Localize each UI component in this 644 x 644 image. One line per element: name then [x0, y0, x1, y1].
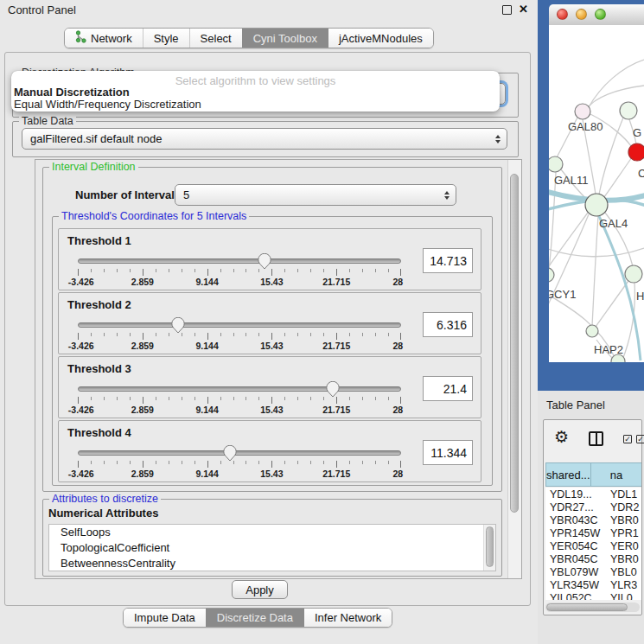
list-item[interactable]: TopologicalCoefficient [49, 540, 495, 556]
column-header[interactable]: na [591, 462, 641, 487]
cell: YER054C [545, 540, 607, 552]
close-icon[interactable]: ✕ [519, 3, 528, 16]
table-row[interactable]: YBR045CYBR0 [545, 552, 641, 565]
table-row[interactable]: YDL19...YDL1 [545, 488, 641, 501]
network-window-titlebar[interactable] [549, 4, 644, 26]
threshold-2-value-field[interactable]: 6.316 [423, 312, 473, 337]
slider-track[interactable] [78, 450, 401, 456]
network-icon [75, 30, 86, 46]
tick-label: 2.859 [131, 469, 154, 479]
tab-jactivemnodules-label: jActiveMNodules [339, 32, 423, 45]
tick-label: 9.144 [195, 341, 218, 351]
node-gal11[interactable] [549, 156, 563, 172]
node-top-right[interactable] [620, 102, 637, 119]
threshold-3-slider[interactable]: -3.426 2.859 9.144 15.43 21.715 28 [78, 381, 401, 416]
float-window-icon[interactable] [502, 5, 512, 15]
tab-impute-data[interactable]: Impute Data [124, 609, 206, 627]
settings-scrollbar-thumb[interactable] [510, 174, 519, 513]
table-horizontal-scrollbar[interactable] [545, 603, 640, 612]
table-row[interactable]: YIL052CYIL0 [545, 591, 641, 600]
table-row[interactable]: YPR145WYPR1 [545, 526, 641, 539]
popup-option-equal-width-frequency[interactable]: Equal Width/Frequency Discretization [14, 98, 201, 111]
table-row[interactable]: YBL079WYBL0 [545, 565, 641, 578]
slider-thumb[interactable] [171, 317, 185, 334]
checkbox-icon[interactable]: ✓ [636, 435, 644, 443]
tick-label: 15.43 [260, 405, 283, 415]
number-of-intervals-label: Number of Intervals [75, 188, 181, 201]
node-hap2[interactable] [586, 325, 598, 337]
node-label: GCY1 [549, 288, 576, 301]
threshold-1-value-field[interactable]: 14.713 [423, 248, 473, 273]
table-header-row: shared... na [545, 462, 641, 487]
list-scrollbar-thumb[interactable] [486, 526, 494, 567]
minimize-window-button[interactable] [576, 9, 587, 20]
threshold-4-slider[interactable]: -3.426 2.859 9.144 15.43 21.715 28 [78, 445, 401, 480]
bottom-tabbar: Impute Data Discretize Data Infer Networ… [123, 608, 392, 628]
table-row[interactable]: YER054CYER0 [545, 539, 641, 552]
tick-label: -3.426 [68, 341, 94, 351]
threshold-1-slider[interactable]: -3.426 2.859 9.144 15.43 21.715 28 [78, 253, 401, 288]
table-row[interactable]: YLR345WYLR3 [545, 578, 641, 591]
panel-title: Control Panel [8, 3, 76, 16]
gear-icon[interactable]: ⚙ [554, 427, 569, 447]
node-label: HAP2 [594, 343, 623, 356]
tab-infer-network-label: Infer Network [315, 611, 381, 624]
list-item[interactable]: SelfLoops [49, 525, 495, 540]
attributes-group-label: Attributes to discretize [49, 493, 161, 506]
node-gcy1[interactable] [549, 268, 554, 282]
node-gal4[interactable] [585, 194, 608, 216]
table-row[interactable]: YBR043CYBR0 [545, 513, 641, 526]
tab-jactivemnodules[interactable]: jActiveMNodules [328, 29, 433, 48]
checkbox-icon[interactable]: ✓ [623, 435, 632, 443]
node-red-selected[interactable] [628, 143, 644, 161]
threshold-1-label: Threshold 1 [67, 234, 131, 247]
table-row[interactable]: YDR27...YDR2 [545, 501, 641, 513]
tab-cyni-toolbox-label: Cyni Toolbox [253, 32, 317, 45]
table-data-group-label: Table Data [19, 115, 76, 128]
tab-discretize-data[interactable]: Discretize Data [206, 609, 303, 627]
tick-label: 21.715 [322, 277, 350, 287]
numerical-attributes-label: Numerical Attributes [48, 507, 158, 520]
slider-thumb[interactable] [326, 381, 340, 398]
tick-label: 28 [392, 341, 403, 351]
slider-track[interactable] [78, 322, 401, 328]
table-panel-title: Table Panel [546, 399, 605, 411]
threshold-3-value-field[interactable]: 21.4 [423, 376, 473, 401]
number-of-intervals-value: 5 [183, 188, 189, 201]
table-data-combobox[interactable]: galFiltered.sif default node [22, 128, 507, 150]
number-of-intervals-combobox[interactable]: 5 [175, 184, 456, 206]
node-h[interactable] [625, 265, 642, 283]
slider-track[interactable] [78, 258, 401, 264]
columns-icon[interactable] [589, 431, 603, 446]
threshold-1-panel: Threshold 1 -3.426 2.859 9.144 15.43 21.… [58, 228, 481, 290]
node-label: GAL80 [568, 120, 603, 133]
apply-button[interactable]: Apply [232, 580, 288, 599]
table-horizontal-scrollbar-thumb[interactable] [546, 603, 628, 611]
threshold-2-slider[interactable]: -3.426 2.859 9.144 15.43 21.715 28 [78, 317, 401, 352]
top-tabbar: Network Style Select Cyni Toolbox jActiv… [64, 28, 434, 48]
tab-select[interactable]: Select [189, 29, 242, 48]
cell: YPR1 [607, 527, 639, 539]
list-scrollbar[interactable] [483, 525, 495, 571]
close-window-button[interactable] [557, 9, 568, 20]
table-panel: ⚙ ✓ ✓ shared... na YDL19...YDL1 YDR27...… [543, 419, 642, 615]
tick-label: 21.715 [322, 405, 350, 415]
cell: YBR045C [545, 553, 607, 565]
tab-cyni-toolbox[interactable]: Cyni Toolbox [242, 29, 328, 48]
tick-label: 15.43 [260, 469, 283, 479]
column-header[interactable]: shared... [545, 462, 591, 487]
tab-infer-network[interactable]: Infer Network [303, 609, 392, 627]
threshold-4-value-field[interactable]: 11.344 [423, 440, 473, 465]
slider-thumb[interactable] [223, 445, 237, 462]
node-label: G [633, 126, 641, 139]
popup-option-manual-discretization[interactable]: Manual Discretization [14, 86, 130, 99]
list-item[interactable]: BetweennessCentrality [49, 556, 495, 571]
tab-style[interactable]: Style [143, 29, 189, 48]
slider-thumb[interactable] [258, 253, 271, 270]
tab-network[interactable]: Network [65, 29, 143, 48]
settings-scrollbar[interactable] [507, 160, 521, 578]
zoom-window-button[interactable] [595, 9, 606, 20]
network-canvas[interactable]: GAL80 G C GAL11 GAL4 GCY1 H HAP2 [549, 25, 644, 362]
slider-track[interactable] [78, 386, 401, 392]
node-gal80[interactable] [575, 104, 590, 119]
